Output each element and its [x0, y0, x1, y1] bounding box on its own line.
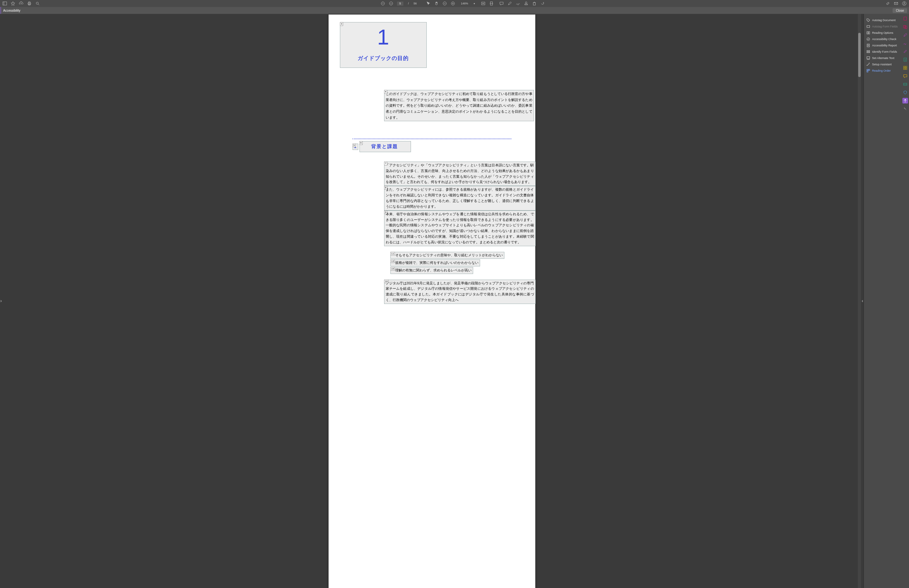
pointer-icon[interactable]	[426, 1, 431, 6]
panel-accessibility-report[interactable]: Accessibility Report	[864, 42, 901, 48]
reading-order-tag: 6	[360, 141, 363, 145]
svg-rect-40	[905, 26, 907, 28]
search-icon[interactable]	[36, 1, 40, 6]
svg-rect-44	[904, 68, 905, 69]
svg-rect-33	[867, 57, 870, 59]
svg-line-7	[38, 4, 39, 5]
panel-set-alternate-text[interactable]: Set Alternate Text	[864, 55, 901, 61]
main-toolbar: / 56 146% ▼	[0, 0, 909, 7]
panel-label: Accessibility Report	[872, 44, 897, 47]
expand-left-icon	[1, 300, 2, 302]
subsection-title-region[interactable]: 6 背景と課題	[360, 141, 411, 152]
close-button[interactable]: Close	[893, 8, 907, 13]
reading-order-tag: 13	[391, 259, 395, 263]
stamp-icon[interactable]	[524, 1, 528, 6]
panel-label: Autotag Form Fields	[872, 25, 898, 28]
panel-accessibility-check[interactable]: Accessibility Check	[864, 36, 901, 42]
page-up-icon[interactable]	[381, 1, 385, 6]
svg-rect-45	[906, 68, 907, 69]
panel-autotag-document[interactable]: Autotag Document	[864, 17, 901, 23]
rotate-icon[interactable]	[540, 1, 545, 6]
rail-comment-icon[interactable]	[903, 73, 908, 79]
page-down-icon[interactable]	[389, 1, 393, 6]
scroll-thumb[interactable]	[858, 33, 861, 77]
reading-order-tag: 3	[340, 22, 343, 26]
fit-width-icon[interactable]	[481, 1, 486, 6]
bullet-region[interactable]: 11 そもそもアクセシビリティの意味や、取り組むメリットがわからない	[391, 252, 504, 259]
rail-scan-icon[interactable]	[903, 81, 908, 87]
check-circle-icon	[866, 37, 870, 41]
rail-request-sign-icon[interactable]	[903, 40, 908, 46]
panel-identify-form-fields[interactable]: Identify Form Fields	[864, 48, 901, 55]
svg-point-25	[904, 3, 905, 4]
svg-rect-26	[867, 26, 870, 27]
mail-icon[interactable]	[894, 1, 898, 6]
image-text-icon	[866, 56, 870, 60]
panel-reading-options[interactable]: Reading Options	[864, 30, 901, 36]
page-number-input[interactable]	[397, 2, 404, 6]
svg-rect-28	[867, 44, 870, 47]
svg-point-6	[36, 2, 39, 5]
document-viewport[interactable]: 3 1 ガイドブックの目的 4 このガイドブックは、ウェブアクセシビリティに初め…	[3, 14, 861, 588]
zoom-in-icon[interactable]	[451, 1, 455, 6]
rail-accessibility-icon[interactable]	[903, 98, 908, 103]
order-icon	[866, 69, 870, 73]
panel-reading-order[interactable]: Reading Order	[864, 68, 901, 74]
intro-paragraph-region[interactable]: 4 このガイドブックは、ウェブアクセシビリティに初めて取り組もうとしている行政官…	[384, 90, 534, 121]
zoom-out-icon[interactable]	[442, 1, 447, 6]
subsection-number-region[interactable]: 5 1	[352, 144, 358, 150]
rail-more-tools-icon[interactable]	[903, 106, 908, 112]
svg-rect-0	[3, 2, 6, 5]
paragraph-region[interactable]: 7 「アクセシビリティ」や「ウェブアクセシビリティ」という言葉は日本語にない言葉…	[384, 162, 536, 186]
rail-organize-icon[interactable]	[903, 65, 908, 71]
reading-order-tag: 11	[391, 252, 395, 256]
paragraph-region[interactable]: 9 本来、省庁や自治体の情報システムやウェブを通じた情報発信は公共性を求められる…	[384, 210, 536, 246]
rail-combine-icon[interactable]	[903, 24, 908, 30]
bullet-text: そもそもアクセシビリティの意味や、取り組むメリットがわからない	[395, 253, 503, 257]
rail-protect-icon[interactable]	[903, 90, 908, 95]
closing-paragraph-region[interactable]: 16 デジタル庁は2021年9月に発足しましたが、発足準備の段階からウェブアクセ…	[384, 279, 536, 304]
account-icon[interactable]	[902, 1, 906, 6]
bullet-list: 11 そもそもアクセシビリティの意味や、取り組むメリットがわからない 13 規格…	[391, 252, 524, 274]
highlight-icon[interactable]	[507, 1, 512, 6]
rail-edit-icon[interactable]	[903, 32, 908, 38]
paragraph-text: また、ウェブアクセシビリティには、参照できる規格がありますが、複数の規格とガイド…	[384, 186, 535, 210]
trash-icon[interactable]	[532, 1, 536, 6]
chapter-title: ガイドブックの目的	[358, 53, 409, 63]
page-separator: /	[408, 2, 409, 5]
bullet-region[interactable]: 13 規格が複雑で、実際に何をすればいいのかわからない	[391, 259, 480, 267]
vertical-scrollbar[interactable]	[858, 14, 861, 588]
right-gutter[interactable]	[861, 14, 864, 588]
svg-rect-38	[904, 17, 907, 21]
svg-point-9	[389, 2, 393, 5]
sign-icon[interactable]	[516, 1, 520, 6]
print-icon[interactable]	[27, 1, 32, 6]
subsection-title: 背景と課題	[371, 144, 398, 149]
svg-rect-43	[906, 66, 907, 68]
sidebar-toggle-icon[interactable]	[3, 1, 7, 6]
rail-create-pdf-icon[interactable]	[903, 16, 908, 21]
chapter-number: 1	[377, 26, 389, 48]
left-gutter[interactable]	[0, 14, 3, 588]
fit-page-icon[interactable]	[489, 1, 494, 6]
chapter-heading-region[interactable]: 3 1 ガイドブックの目的	[340, 22, 427, 68]
svg-rect-37	[867, 71, 868, 72]
share-link-icon[interactable]	[886, 1, 890, 6]
cloud-upload-icon[interactable]	[19, 1, 23, 6]
rail-fill-sign-icon[interactable]	[903, 48, 908, 54]
paragraph-region[interactable]: 8 また、ウェブアクセシビリティには、参照できる規格がありますが、複数の規格とガ…	[384, 186, 536, 210]
hand-icon[interactable]	[434, 1, 439, 6]
page-total: 56	[413, 2, 417, 5]
zoom-dropdown-icon[interactable]: ▼	[473, 3, 475, 5]
star-icon[interactable]	[11, 1, 15, 6]
closing-text: デジタル庁は2021年9月に発足しましたが、発足準備の段階からウェブアクセシビリ…	[384, 280, 535, 304]
rail-export-icon[interactable]	[903, 57, 908, 63]
panel-label: Set Alternate Text	[872, 57, 894, 60]
reading-order-tag: 15	[391, 267, 395, 271]
panel-label: Reading Order	[872, 69, 891, 72]
tag-icon	[866, 18, 870, 22]
bullet-region[interactable]: 15 理解の有無に関わらず、求められるレベルが高い	[391, 267, 473, 274]
comment-icon[interactable]	[499, 1, 504, 6]
accessibility-bar: Accessibility Close	[0, 7, 909, 14]
panel-setup-assistant[interactable]: Setup Assistant	[864, 61, 901, 68]
